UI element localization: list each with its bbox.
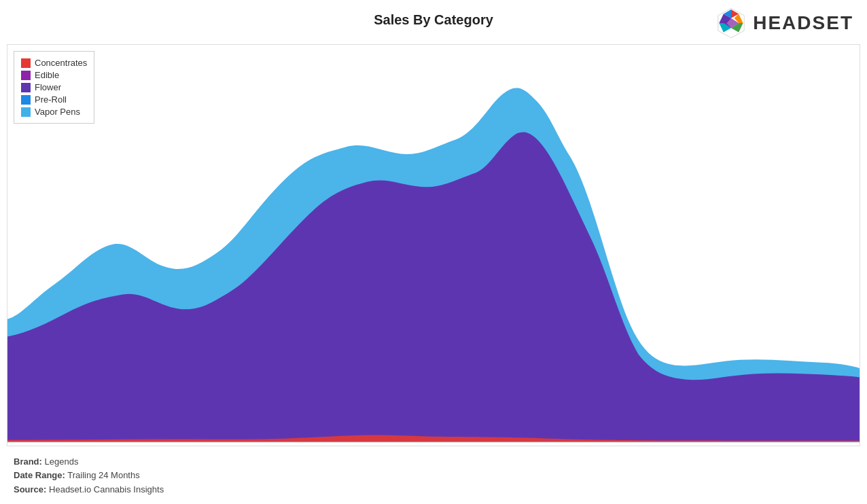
- footer: Brand: Legends Date Range: Trailing 24 M…: [14, 455, 164, 497]
- date-range-label: Date Range:: [14, 470, 65, 480]
- legend-item-preroll: Pre-Roll: [21, 94, 87, 105]
- logo-text: HEADSET: [753, 12, 853, 34]
- legend-color-concentrates: [21, 58, 31, 68]
- headset-logo-icon: [715, 7, 747, 39]
- legend-label-vaporpens: Vapor Pens: [35, 107, 80, 117]
- logo-area: HEADSET: [715, 7, 853, 39]
- legend-item-edible: Edible: [21, 70, 87, 80]
- legend-label-flower: Flower: [35, 82, 61, 92]
- brand-value: Legends: [45, 456, 79, 467]
- legend-item-concentrates: Concentrates: [21, 58, 87, 68]
- source-value: Headset.io Cannabis Insights: [49, 484, 164, 494]
- brand-label: Brand:: [14, 456, 42, 467]
- legend-color-edible: [21, 71, 31, 80]
- chart-svg: 2023-01 2023-04 2023-07 2023-10 2024-01 …: [7, 45, 860, 446]
- legend-label-edible: Edible: [35, 70, 59, 80]
- legend-color-flower: [21, 83, 31, 92]
- legend-item-flower: Flower: [21, 82, 87, 92]
- legend-item-vaporpens: Vapor Pens: [21, 107, 87, 117]
- legend: Concentrates Edible Flower Pre-Roll Vapo…: [14, 51, 94, 124]
- footer-date-range: Date Range: Trailing 24 Months: [14, 469, 164, 483]
- footer-brand: Brand: Legends: [14, 455, 164, 469]
- legend-color-preroll: [21, 95, 31, 105]
- legend-color-vaporpens: [21, 107, 31, 117]
- legend-label-concentrates: Concentrates: [35, 58, 87, 68]
- chart-area: 2023-01 2023-04 2023-07 2023-10 2024-01 …: [7, 44, 860, 446]
- footer-source: Source: Headset.io Cannabis Insights: [14, 483, 164, 497]
- source-label: Source:: [14, 484, 46, 494]
- date-range-value: Trailing 24 Months: [67, 470, 139, 480]
- legend-label-preroll: Pre-Roll: [35, 94, 67, 105]
